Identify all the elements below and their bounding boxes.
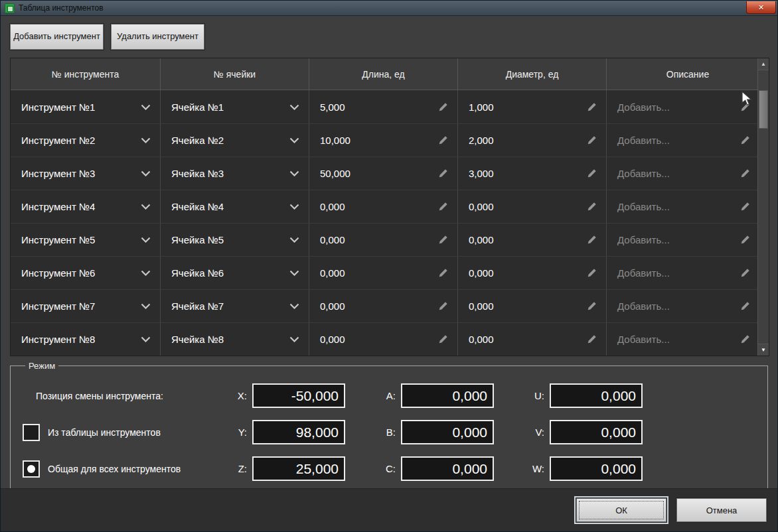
pencil-icon xyxy=(740,235,750,245)
cell-dropdown[interactable]: Ячейка №6 xyxy=(161,257,309,289)
cell-dropdown[interactable]: Ячейка №7 xyxy=(161,290,309,322)
description-editable[interactable]: Добавить... xyxy=(607,124,769,157)
common-for-all-radio[interactable] xyxy=(23,460,40,478)
cell-dropdown[interactable]: Ячейка №3 xyxy=(161,157,309,190)
pencil-icon xyxy=(587,202,597,212)
chevron-down-icon xyxy=(141,336,151,342)
table-row: Инструмент №7 Ячейка №7 0,000 0,000 Доба xyxy=(11,289,769,322)
u-input[interactable] xyxy=(550,383,643,408)
pencil-icon xyxy=(438,135,448,145)
diameter-editable[interactable]: 0,000 xyxy=(458,257,607,289)
close-button[interactable]: ✕ xyxy=(746,1,776,14)
diameter-editable[interactable]: 1,000 xyxy=(458,90,607,123)
add-tool-button[interactable]: Добавить инструмент xyxy=(10,24,104,50)
length-value: 0,000 xyxy=(320,300,345,312)
tool-dropdown[interactable]: Инструмент №6 xyxy=(11,257,161,289)
from-table-row: Из таблицы инструментов Y: B: V: xyxy=(23,414,755,450)
table-scrollbar[interactable]: ▲ ▼ xyxy=(757,58,769,356)
table-row: Инструмент №1 Ячейка №1 5,000 1,000 Доба xyxy=(11,90,769,123)
description-editable[interactable]: Добавить... xyxy=(607,323,769,356)
pencil-icon xyxy=(587,301,597,311)
length-editable[interactable]: 0,000 xyxy=(309,257,458,289)
pencil-icon xyxy=(587,102,597,112)
remove-tool-button[interactable]: Удалить инструмент xyxy=(111,24,204,50)
header-diameter: Диаметр, ед xyxy=(458,58,607,90)
scrollbar-thumb[interactable] xyxy=(759,90,768,129)
diameter-value: 0,000 xyxy=(469,234,494,245)
tool-name: Инструмент №7 xyxy=(21,300,95,312)
cancel-button[interactable]: Отмена xyxy=(676,498,767,522)
tool-table: № инструмента № ячейки Длина, ед Диаметр… xyxy=(10,58,769,356)
diameter-editable[interactable]: 2,000 xyxy=(458,124,607,157)
description-editable[interactable]: Добавить... xyxy=(607,90,769,123)
mode-group-label: Режим xyxy=(25,361,58,371)
diameter-editable[interactable]: 0,000 xyxy=(458,190,607,223)
tool-name: Инструмент №2 xyxy=(21,135,95,146)
tool-dropdown[interactable]: Инструмент №1 xyxy=(11,90,161,123)
pencil-icon xyxy=(740,334,750,344)
table-row: Инструмент №5 Ячейка №5 0,000 0,000 Доба xyxy=(11,223,769,256)
chevron-down-icon xyxy=(141,137,151,143)
length-editable[interactable]: 0,000 xyxy=(309,323,458,356)
a-label: A: xyxy=(376,390,396,401)
pencil-icon xyxy=(438,168,448,178)
tool-name: Инструмент №5 xyxy=(21,234,95,245)
diameter-editable[interactable]: 3,000 xyxy=(458,157,607,190)
b-input[interactable] xyxy=(401,420,494,444)
a-input[interactable] xyxy=(401,383,494,408)
length-editable[interactable]: 10,000 xyxy=(309,124,458,157)
description-editable[interactable]: Добавить... xyxy=(607,257,769,289)
cell-dropdown[interactable]: Ячейка №1 xyxy=(161,90,309,123)
pencil-icon xyxy=(740,202,750,212)
y-input[interactable] xyxy=(252,420,345,444)
v-input[interactable] xyxy=(550,420,643,444)
description-editable[interactable]: Добавить... xyxy=(607,224,769,256)
table-header: № инструмента № ячейки Длина, ед Диаметр… xyxy=(11,58,769,90)
cell-name: Ячейка №7 xyxy=(171,300,224,312)
diameter-editable[interactable]: 0,000 xyxy=(458,224,607,256)
length-editable[interactable]: 0,000 xyxy=(309,190,458,223)
cell-dropdown[interactable]: Ячейка №8 xyxy=(161,323,309,356)
scroll-down-icon[interactable]: ▼ xyxy=(758,344,769,356)
x-input[interactable] xyxy=(252,383,345,408)
tool-dropdown[interactable]: Инструмент №2 xyxy=(11,124,161,157)
diameter-value: 0,000 xyxy=(469,267,494,279)
ok-button[interactable]: ОК xyxy=(576,498,666,522)
app-icon xyxy=(5,3,15,13)
w-input[interactable] xyxy=(550,456,643,481)
diameter-editable[interactable]: 0,000 xyxy=(458,290,607,322)
titlebar[interactable]: Таблица инструментов ✕ xyxy=(1,1,777,16)
chevron-down-icon xyxy=(289,303,299,309)
c-input[interactable] xyxy=(401,456,494,481)
tool-dropdown[interactable]: Инструмент №4 xyxy=(11,190,161,223)
tool-dropdown[interactable]: Инструмент №5 xyxy=(11,224,161,256)
description-placeholder: Добавить... xyxy=(617,101,670,113)
change-position-row: Позиция смены инструмента: X: A: U: xyxy=(23,377,755,414)
length-value: 10,000 xyxy=(320,135,350,146)
cell-dropdown[interactable]: Ячейка №4 xyxy=(161,190,309,223)
length-editable[interactable]: 5,000 xyxy=(309,90,458,123)
cell-name: Ячейка №1 xyxy=(171,101,224,113)
diameter-value: 0,000 xyxy=(469,334,494,345)
length-editable[interactable]: 50,000 xyxy=(309,157,458,190)
scroll-up-icon[interactable]: ▲ xyxy=(758,58,769,70)
from-table-checkbox[interactable] xyxy=(23,424,40,441)
description-placeholder: Добавить... xyxy=(617,300,670,312)
cell-dropdown[interactable]: Ячейка №5 xyxy=(161,224,309,256)
cell-dropdown[interactable]: Ячейка №2 xyxy=(161,124,309,157)
tool-dropdown[interactable]: Инструмент №3 xyxy=(11,157,161,190)
z-input[interactable] xyxy=(252,456,345,481)
length-editable[interactable]: 0,000 xyxy=(309,224,458,256)
chevron-down-icon xyxy=(289,104,299,110)
pencil-icon xyxy=(587,135,597,145)
description-editable[interactable]: Добавить... xyxy=(607,190,769,223)
description-editable[interactable]: Добавить... xyxy=(607,290,769,322)
tool-name: Инструмент №1 xyxy=(21,101,95,113)
tool-dropdown[interactable]: Инструмент №7 xyxy=(11,290,161,322)
y-label: Y: xyxy=(227,427,247,438)
diameter-editable[interactable]: 0,000 xyxy=(458,323,607,356)
table-row: Инструмент №2 Ячейка №2 10,000 2,000 Доб xyxy=(11,123,769,157)
length-editable[interactable]: 0,000 xyxy=(309,290,458,322)
description-editable[interactable]: Добавить... xyxy=(607,157,769,190)
tool-dropdown[interactable]: Инструмент №8 xyxy=(11,323,161,356)
